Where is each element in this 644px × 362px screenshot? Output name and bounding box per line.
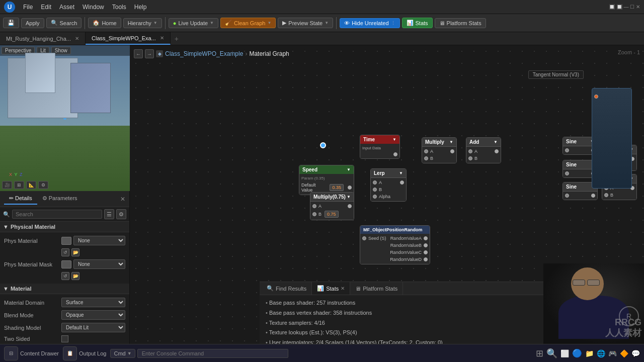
node-mf-object[interactable]: MF_ObjectPositionRandom Seed (S) RandomV… — [360, 225, 430, 264]
node-sine3-body — [563, 192, 597, 200]
menu-tools[interactable]: Tools — [112, 4, 126, 11]
apply-button[interactable]: Apply — [21, 18, 44, 28]
section-arrow-physical: ▼ — [3, 224, 9, 230]
phys-mask-circular-btn[interactable]: ↺ — [61, 272, 69, 280]
physical-material-section[interactable]: ▼ Physical Material — [0, 222, 129, 232]
canvas-area[interactable]: ← → ◆ Class_SimpleWPO_Example › Material… — [130, 45, 644, 362]
domain-dropdown[interactable]: Surface — [61, 298, 125, 307]
taskbar-windows-icon[interactable]: ⊞ — [536, 348, 543, 359]
tab-0[interactable]: Mt_Rusty_Hanging_Cha... ✕ — [0, 32, 86, 45]
node-speed[interactable]: Speed ▼ Param (0.35) Default Value 0.35 — [299, 165, 354, 195]
menu-help[interactable]: Help — [134, 4, 147, 11]
cmd-button[interactable]: Cmd ▼ — [110, 349, 135, 358]
pin-add3-b-in — [604, 193, 608, 197]
stats-close[interactable]: ✕ — [341, 286, 345, 291]
settings-button-detail[interactable]: ⚙ — [116, 209, 126, 219]
content-drawer-button[interactable]: ⊟ — [4, 346, 18, 360]
node-time-body: Input Data — [360, 144, 399, 158]
menu-file[interactable]: File — [23, 4, 33, 11]
phys-material-label: Phys Material — [4, 238, 59, 244]
output-node — [592, 88, 632, 189]
panel-close-button[interactable]: ✕ — [120, 196, 125, 203]
node-lerp[interactable]: Lerp ▼ A B Alpha — [370, 168, 407, 202]
console-input[interactable] — [137, 349, 288, 358]
menu-asset[interactable]: Asset — [59, 4, 74, 11]
output-log-button[interactable]: 📋 — [63, 346, 77, 360]
phys-material-value: None — [61, 236, 125, 245]
phys-mask-browse-btn[interactable]: 📂 — [71, 272, 79, 280]
node-add1[interactable]: Add ▼ A B — [466, 137, 501, 163]
nav-back-button[interactable]: ← — [134, 49, 143, 58]
node-multiply1[interactable]: Multiply ▼ A B — [422, 137, 457, 163]
mul075-b-value[interactable]: 0.75 — [325, 211, 339, 218]
taskbar: ⊟ Content Drawer 📋 Output Log Cmd ▼ ⊞ 🔍 … — [0, 344, 644, 362]
tab-1-close[interactable]: ✕ — [160, 35, 164, 41]
vp-cam-btn[interactable]: 🎥 — [2, 181, 12, 189]
taskbar-chrome-icon[interactable]: 🌐 — [597, 349, 605, 357]
drag-handle[interactable] — [320, 142, 326, 148]
vp-grid-btn[interactable]: ⊞ — [14, 181, 24, 189]
apply-label: Apply — [26, 20, 40, 26]
add-tab-button[interactable]: + — [175, 35, 179, 43]
material-section[interactable]: ▼ Material — [0, 284, 129, 294]
speed-default-value[interactable]: 0.35 — [330, 184, 344, 191]
search-icon-details: 🔍 — [3, 211, 10, 218]
node-multiply075[interactable]: Multiply(0.75) ▼ A B 0.75 — [310, 192, 354, 220]
pin-lerp-b-in — [373, 188, 377, 192]
vp-snap-btn[interactable]: 📐 — [26, 181, 36, 189]
tab-0-label: Mt_Rusty_Hanging_Cha... — [6, 36, 71, 42]
output-log-label[interactable]: Output Log — [79, 350, 106, 356]
pin-mf-seed-in — [362, 236, 366, 240]
tab-1[interactable]: Class_SimpleWPO_Exa... ✕ — [86, 32, 171, 45]
content-drawer-label[interactable]: Content Drawer — [20, 350, 59, 356]
pin-lerp-alpha-in — [373, 195, 377, 199]
tab-details[interactable]: ✏ Details — [4, 193, 37, 205]
tab-find-results[interactable]: 🔍 Find Results — [262, 282, 312, 295]
platform-stats-button[interactable]: 🖥 Platform Stats — [435, 18, 486, 28]
filter-button[interactable]: ☰ — [104, 209, 114, 219]
tab-stats[interactable]: 📊 Stats ✕ — [312, 282, 350, 295]
preview-icon: ▶ — [282, 20, 286, 26]
live-update-button[interactable]: ● Live Update ▼ — [169, 18, 218, 28]
nav-forward-button[interactable]: → — [145, 49, 154, 58]
crumb-parent[interactable]: Class_SimpleWPO_Example — [165, 50, 243, 57]
taskbar-discord-icon[interactable]: 💬 — [631, 349, 640, 357]
taskbar-file-icon[interactable]: 📁 — [585, 349, 594, 357]
tab-platform-stats[interactable]: 🖥 Platform Stats — [350, 282, 403, 295]
vp-settings-btn[interactable]: ⚙ — [38, 181, 48, 189]
phys-mask-dropdown[interactable]: None — [73, 259, 125, 269]
pin-mf-c-out — [424, 250, 428, 254]
hierarchy-button[interactable]: Hierarchy ▼ — [123, 18, 162, 28]
save-button[interactable]: 💾 — [3, 18, 19, 28]
preview-state-arrow: ▼ — [325, 21, 329, 25]
zoom-indicator: Zoom - 1 — [618, 49, 640, 55]
search-button[interactable]: 🔍 Search — [46, 18, 82, 28]
menu-window[interactable]: Window — [83, 4, 104, 11]
tab-parameters[interactable]: ⚙ Parameters — [37, 193, 83, 205]
taskbar-ue-icon[interactable]: 🎮 — [608, 349, 617, 357]
phys-material-dropdown[interactable]: None — [73, 236, 125, 245]
tab-1-label: Class_SimpleWPO_Exa... — [92, 35, 156, 41]
phys-browse-btn[interactable]: 📂 — [71, 248, 79, 256]
stats-button[interactable]: 📊 Stats — [402, 18, 433, 28]
taskbar-blender-icon[interactable]: 🔶 — [620, 349, 628, 357]
two-sided-checkbox[interactable] — [61, 335, 68, 342]
preview-state-button[interactable]: ▶ Preview State ▼ — [278, 18, 333, 28]
blend-dropdown[interactable]: Opaque — [61, 310, 125, 320]
hide-unrelated-button[interactable]: 👁 Hide Unrelated ⋮ — [340, 18, 399, 28]
tab-0-close[interactable]: ✕ — [75, 36, 79, 41]
menu-edit[interactable]: Edit — [41, 4, 51, 11]
phys-circular-btn[interactable]: ↺ — [61, 248, 69, 256]
taskbar-edge-icon[interactable]: 🔵 — [572, 348, 582, 358]
home-button[interactable]: 🏠 Home — [88, 18, 121, 28]
taskbar-search-icon[interactable]: 🔍 — [546, 348, 557, 359]
node-time[interactable]: Time ▼ Input Data — [360, 135, 400, 159]
node-time-sub: Input Data — [360, 145, 399, 151]
crumb-icon: ◆ — [156, 50, 163, 57]
clean-graph-button[interactable]: 🧹 Clean Graph ▼ — [220, 18, 276, 28]
phys-material-row: Phys Material None — [0, 234, 129, 247]
search-input[interactable] — [12, 210, 102, 219]
shading-dropdown[interactable]: Default Lit — [61, 323, 125, 332]
taskbar-task-view[interactable]: ⬜ — [560, 349, 569, 357]
breadcrumb: ← → ◆ Class_SimpleWPO_Example › Material… — [134, 49, 289, 58]
